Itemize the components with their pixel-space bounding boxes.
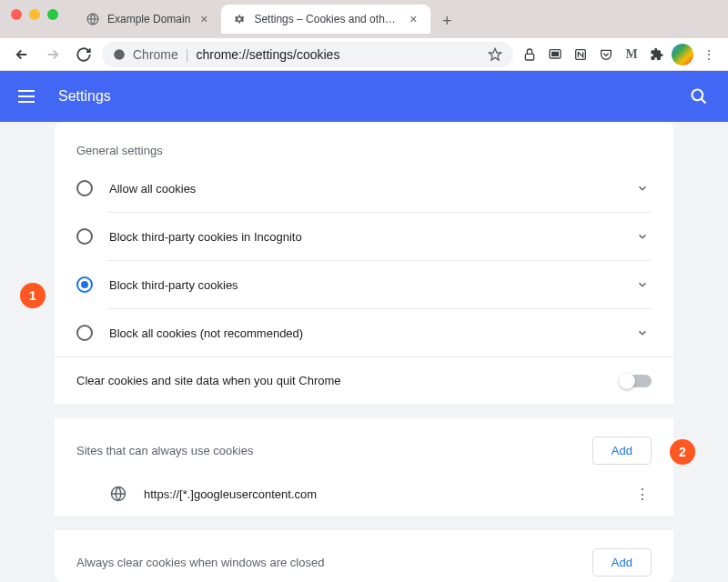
radio-icon[interactable]: [76, 180, 93, 196]
svg-rect-2: [525, 54, 533, 60]
clear-on-quit-row[interactable]: Clear cookies and site data when you qui…: [55, 357, 673, 404]
option-block-incognito[interactable]: Block third-party cookies in Incognito: [55, 213, 673, 260]
extensions-puzzle-icon[interactable]: [646, 44, 668, 65]
option-label: Block all cookies (not recommended): [109, 326, 617, 340]
window-fullscreen-button[interactable]: [47, 9, 58, 20]
cast-icon[interactable]: [544, 44, 566, 65]
window-minimize-button[interactable]: [29, 9, 40, 20]
annotation-1: 1: [20, 283, 46, 308]
browser-menu-button[interactable]: ⋮: [697, 44, 719, 65]
tab-strip: Example Domain × Settings – Cookies and …: [75, 5, 460, 34]
page-title: Settings: [58, 88, 688, 105]
radio-icon[interactable]: [76, 276, 93, 293]
hamburger-menu-icon[interactable]: [18, 85, 40, 107]
gear-icon: [232, 12, 247, 26]
profile-avatar[interactable]: [672, 44, 693, 65]
settings-card: General settings Allow all cookies Block…: [55, 122, 673, 582]
notion-icon[interactable]: [570, 44, 592, 65]
add-clear-site-button[interactable]: Add: [592, 548, 652, 577]
option-block-third-party[interactable]: Block third-party cookies: [55, 261, 673, 308]
globe-icon: [86, 12, 100, 26]
reload-button[interactable]: [71, 42, 96, 67]
site-url-text: https://[*.]googleusercontent.com: [144, 487, 617, 501]
chevron-down-icon[interactable]: [633, 276, 652, 294]
radio-icon[interactable]: [76, 325, 93, 341]
new-tab-button[interactable]: +: [434, 8, 460, 34]
general-settings-heading: General settings: [55, 122, 673, 165]
toggle-label: Clear cookies and site data when you qui…: [76, 374, 604, 387]
extension-icons: M ⋮: [519, 44, 719, 65]
browser-tab-settings[interactable]: Settings – Cookies and other s ×: [221, 5, 430, 34]
chevron-down-icon[interactable]: [633, 179, 652, 197]
browser-tab-example[interactable]: Example Domain ×: [75, 5, 221, 34]
clear-section-header: Always clear cookies when windows are cl…: [55, 530, 673, 582]
more-menu-icon[interactable]: ⋮: [633, 485, 652, 503]
search-icon[interactable]: [688, 85, 710, 107]
traffic-lights: [11, 9, 58, 20]
url-scheme: Chrome: [133, 47, 178, 62]
settings-header-bar: Settings: [0, 71, 728, 122]
option-label: Allow all cookies: [109, 182, 617, 196]
option-label: Block third-party cookies in Incognito: [109, 230, 617, 244]
toggle-switch[interactable]: [621, 375, 652, 387]
browser-toolbar: Chrome | chrome://settings/cookies M ⋮: [0, 38, 728, 71]
clear-section-heading: Always clear cookies when windows are cl…: [76, 556, 324, 569]
option-allow-all[interactable]: Allow all cookies: [55, 165, 673, 212]
option-label: Block third-party cookies: [109, 278, 617, 292]
pocket-icon[interactable]: [595, 44, 617, 65]
address-bar[interactable]: Chrome | chrome://settings/cookies: [102, 42, 513, 67]
globe-icon: [109, 485, 127, 503]
extension-m-icon[interactable]: M: [621, 44, 642, 65]
content-scroll-area[interactable]: General settings Allow all cookies Block…: [0, 122, 728, 582]
close-icon[interactable]: ×: [407, 13, 420, 25]
window-titlebar: Example Domain × Settings – Cookies and …: [0, 0, 728, 38]
url-divider: |: [186, 47, 189, 62]
radio-icon[interactable]: [76, 228, 93, 245]
url-text: chrome://settings/cookies: [196, 47, 339, 62]
svg-point-6: [693, 90, 703, 101]
allow-section-heading: Sites that can always use cookies: [76, 444, 253, 457]
back-button[interactable]: [9, 42, 35, 67]
annotation-2: 2: [670, 439, 695, 465]
section-gap: [55, 404, 673, 418]
window-close-button[interactable]: [11, 9, 22, 20]
tab-title: Example Domain: [107, 13, 190, 25]
svg-point-1: [114, 49, 125, 60]
chevron-down-icon[interactable]: [633, 227, 652, 246]
svg-rect-4: [552, 52, 559, 55]
close-icon[interactable]: ×: [197, 13, 210, 25]
section-gap: [55, 516, 673, 530]
lock-icon[interactable]: [519, 44, 541, 65]
tab-title: Settings – Cookies and other s: [254, 13, 399, 25]
bookmark-star-icon[interactable]: [488, 47, 502, 62]
secure-icon: [113, 48, 126, 61]
chevron-down-icon[interactable]: [633, 324, 652, 342]
forward-button[interactable]: [40, 42, 66, 67]
allowed-site-row[interactable]: https://[*.]googleusercontent.com ⋮: [55, 472, 673, 516]
allow-section-header: Sites that can always use cookies Add: [55, 418, 673, 472]
option-block-all[interactable]: Block all cookies (not recommended): [55, 309, 673, 356]
add-allow-site-button[interactable]: Add: [592, 436, 652, 465]
